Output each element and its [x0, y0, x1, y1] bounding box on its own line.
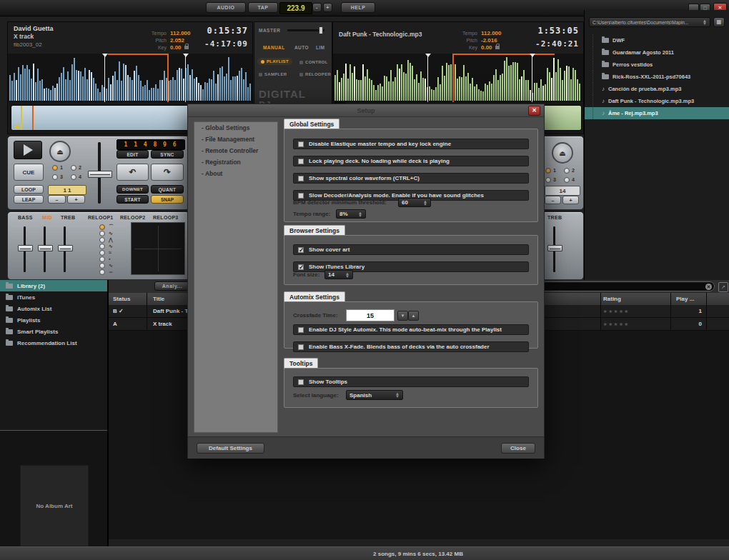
tab-tooltips[interactable]: Tooltips	[284, 358, 318, 369]
pitch-bend-down-button[interactable]: ↶	[116, 164, 149, 181]
dialog-titlebar[interactable]: Setup ✕	[188, 104, 544, 117]
reloop3-button[interactable]: RELOOP3	[153, 215, 179, 220]
column-rating[interactable]: Rating	[603, 296, 621, 302]
tree-item[interactable]: Rick-Ross-XXL-2011-psd70643	[585, 71, 729, 83]
control-view-button[interactable]: CONTROL	[299, 60, 328, 64]
settings-nav-file-management[interactable]: File Management	[194, 134, 277, 145]
edit-button[interactable]: EDIT	[116, 150, 149, 159]
loop-button[interactable]: LOOP	[14, 185, 44, 194]
column-separator[interactable]	[670, 293, 671, 305]
eq-bass-button[interactable]: BASS	[18, 215, 33, 220]
shape-radio[interactable]	[99, 244, 105, 249]
reloop-shape-option[interactable]: ⌒	[99, 224, 114, 230]
snap-button[interactable]: SNAP	[151, 195, 184, 204]
bpm-plus-button[interactable]: +	[323, 3, 332, 12]
settings-nav-global-settings[interactable]: Global Settings	[194, 122, 277, 134]
reloop-shape-option[interactable]: ⋀	[99, 236, 114, 243]
deck-b-waveform[interactable]	[333, 54, 583, 102]
shape-radio[interactable]	[99, 256, 105, 262]
loop-minus-button[interactable]: –	[545, 196, 561, 204]
hotcue-2-radio[interactable]	[564, 168, 570, 174]
checkbox[interactable]	[298, 247, 304, 253]
shape-radio[interactable]	[99, 263, 105, 269]
reloop-shape-option[interactable]: ≈	[99, 249, 114, 256]
checkbox[interactable]	[298, 344, 304, 350]
tap-button[interactable]: TAP	[248, 2, 278, 13]
mode-lim-button[interactable]: LIM	[316, 45, 324, 50]
column-play[interactable]: Play ...	[676, 296, 694, 302]
sidebar-item-playlists[interactable]: Playlists	[0, 314, 107, 326]
hotcue-4-radio[interactable]	[564, 177, 570, 183]
column-status[interactable]: Status	[113, 296, 130, 302]
master-volume-handle[interactable]	[319, 26, 323, 34]
dialog-close-icon[interactable]: ✕	[528, 106, 540, 116]
language-select[interactable]: Spanish▲▼	[346, 390, 403, 400]
eject-button[interactable]: ⏏	[49, 141, 71, 162]
checkbox-row[interactable]: Enable DJ Style Automix. This mode auto-…	[293, 324, 529, 335]
shape-radio[interactable]	[99, 224, 105, 230]
playlist-view-button[interactable]: PLAYLIST	[257, 58, 292, 65]
reloop-shape-option[interactable]: ∿	[99, 230, 114, 236]
tab-automix-settings[interactable]: Automix Settings	[284, 291, 345, 302]
leap-button[interactable]: LEAP	[14, 195, 44, 204]
tree-item[interactable]: Perros vestidos	[585, 59, 729, 71]
mode-manual-button[interactable]: MANUAL	[263, 45, 285, 50]
tree-item[interactable]: Guardamar Agosto 2011	[585, 46, 729, 59]
eq-bass-handle[interactable]	[18, 245, 33, 251]
checkbox-row[interactable]: Show Tooltips	[293, 376, 529, 387]
audio-button[interactable]: AUDIO	[206, 2, 246, 13]
downbeat-button[interactable]: DOWNBT	[116, 185, 149, 194]
shape-radio[interactable]	[99, 269, 105, 275]
open-external-icon[interactable]: ↗	[718, 282, 728, 292]
sidebar-item-smart-playlists[interactable]: Smart Playlists	[0, 326, 107, 337]
eq-treb-handle[interactable]	[58, 245, 73, 251]
help-button[interactable]: HELP	[341, 2, 375, 13]
settings-nav-registration[interactable]: Registration	[194, 156, 277, 168]
hotcue-1-radio[interactable]	[545, 168, 551, 174]
reloop-shape-option[interactable]: ∿	[99, 262, 114, 269]
hotcue-1-radio[interactable]	[52, 165, 58, 171]
checkbox[interactable]	[298, 193, 304, 199]
hotcue-4-radio[interactable]	[71, 174, 76, 180]
crossfade-time-input[interactable]: 15	[346, 309, 395, 321]
eq-treb-handle[interactable]	[547, 245, 562, 251]
tab-global-settings[interactable]: Global Settings	[284, 119, 339, 129]
hotcue-3-radio[interactable]	[545, 177, 551, 183]
checkbox[interactable]	[298, 176, 304, 181]
sidebar-item-automix-list[interactable]: Automix List	[0, 303, 107, 314]
settings-nav-remote-controller[interactable]: Remote Controller	[194, 145, 277, 156]
crossfade-up-button[interactable]: ▲	[408, 311, 419, 321]
relooper-view-button[interactable]: RELOOPER	[299, 72, 331, 76]
reloop1-button[interactable]: RELOOP1	[88, 215, 114, 220]
tree-item[interactable]: ♪Daft Punk - Technologic.mp3.mp3	[585, 95, 729, 107]
loop-minus-button[interactable]: –	[48, 195, 66, 204]
checkbox[interactable]	[298, 141, 304, 147]
reloop-shape-option[interactable]: ▪	[99, 256, 114, 262]
xy-pad[interactable]	[131, 222, 185, 275]
sidebar-item-library-2-[interactable]: Library (2)	[0, 280, 107, 291]
checkbox-row[interactable]: Show cover art	[293, 244, 529, 255]
loop-plus-button[interactable]: +	[67, 195, 85, 204]
default-settings-button[interactable]: Default Settings	[197, 443, 264, 454]
eq-treb-button[interactable]: TREB	[61, 215, 75, 220]
key-lock-icon[interactable]	[184, 46, 189, 49]
sampler-view-button[interactable]: SAMPLER	[259, 72, 287, 76]
key-lock-icon[interactable]	[495, 46, 500, 49]
tree-item[interactable]: DWF	[585, 34, 729, 46]
start-button[interactable]: START	[116, 195, 149, 204]
checkbox[interactable]	[298, 327, 304, 333]
shape-radio[interactable]	[99, 231, 105, 236]
eq-mid-handle[interactable]	[38, 245, 53, 251]
reloop2-button[interactable]: RELOOP2	[120, 215, 146, 220]
deck-a-waveform[interactable]	[8, 54, 252, 102]
checkbox[interactable]	[298, 159, 304, 164]
mode-auto-button[interactable]: AUTO	[294, 45, 309, 50]
sidebar-item-itunes[interactable]: iTunes	[0, 291, 107, 303]
sidebar-item-recommendation-list[interactable]: Recommendation List	[0, 337, 107, 349]
shape-radio[interactable]	[99, 237, 105, 243]
eq-treb-button[interactable]: TREB	[547, 215, 562, 220]
tempo-range-select[interactable]: 8%▲▼	[336, 209, 366, 219]
sync-button[interactable]: SYNC	[151, 150, 184, 159]
checkbox-row[interactable]: Lock playing deck. No loading while deck…	[293, 156, 529, 166]
column-separator[interactable]	[147, 293, 147, 305]
